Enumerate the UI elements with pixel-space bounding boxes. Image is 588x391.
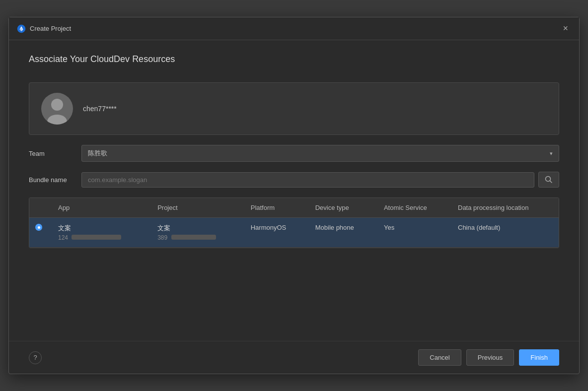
cancel-button[interactable]: Cancel: [418, 349, 461, 366]
table-header: App Project Platform Device type Atomic …: [29, 198, 559, 218]
col-device-type: Device type: [307, 198, 376, 218]
app-id: 124: [58, 234, 142, 241]
chevron-down-icon: ▾: [550, 150, 553, 157]
platform-cell: HarmonyOS: [243, 218, 307, 248]
table-row[interactable]: 文案 124 文案 389: [29, 218, 559, 248]
dialog-title: Create Project: [30, 25, 71, 32]
col-app: App: [50, 198, 149, 218]
project-cell: 文案 389: [149, 218, 243, 248]
previous-button[interactable]: Previous: [466, 349, 514, 366]
data-processing-cell: China (default): [450, 218, 559, 248]
team-select-value: 陈胜歌: [88, 149, 107, 158]
search-icon: [545, 176, 553, 184]
dialog-body: Associate Your CloudDev Resources chen77…: [9, 40, 579, 341]
team-row: Team 陈胜歌 ▾: [29, 145, 559, 162]
finish-button[interactable]: Finish: [519, 349, 559, 366]
user-card: chen77****: [29, 82, 559, 135]
dialog-title-left: Create Project: [17, 24, 71, 33]
col-data-processing: Data processing location: [450, 198, 559, 218]
device-type-cell: Mobile phone: [307, 218, 376, 248]
footer-left: ?: [29, 351, 42, 364]
radio-cell[interactable]: [29, 218, 50, 248]
dialog-footer: ? Cancel Previous Finish: [9, 341, 579, 374]
section-title: Associate Your CloudDev Resources: [29, 54, 559, 65]
search-button[interactable]: [538, 172, 559, 188]
avatar: [41, 93, 73, 125]
dialog-titlebar: Create Project ×: [9, 17, 579, 40]
svg-point-2: [51, 99, 63, 111]
project-name: 文案: [157, 224, 235, 233]
bundle-label: Bundle name: [29, 176, 74, 184]
footer-right: Cancel Previous Finish: [418, 349, 559, 366]
col-project: Project: [149, 198, 243, 218]
app-logo-icon: [17, 24, 26, 33]
results-table: App Project Platform Device type Atomic …: [29, 197, 559, 248]
team-select[interactable]: 陈胜歌 ▾: [81, 145, 559, 162]
app-cell: 文案 124: [50, 218, 149, 248]
bundle-input-wrap: com.example.slogan: [81, 172, 559, 188]
create-project-dialog: Create Project × Associate Your CloudDev…: [8, 17, 580, 374]
avatar-icon: [41, 93, 73, 125]
bundle-input[interactable]: com.example.slogan: [81, 172, 534, 188]
table-body: 文案 124 文案 389: [29, 218, 559, 248]
app-name: 文案: [58, 224, 142, 233]
atomic-service-cell: Yes: [376, 218, 450, 248]
help-button[interactable]: ?: [29, 351, 42, 364]
svg-line-5: [550, 181, 552, 183]
col-atomic-service: Atomic Service: [376, 198, 450, 218]
radio-selected-icon: [35, 224, 42, 231]
bundle-row: Bundle name com.example.slogan: [29, 172, 559, 188]
username-label: chen77****: [83, 105, 117, 113]
col-platform: Platform: [243, 198, 307, 218]
team-label: Team: [29, 150, 74, 157]
project-id: 389: [157, 234, 235, 241]
col-radio: [29, 198, 50, 218]
close-button[interactable]: ×: [560, 22, 571, 35]
